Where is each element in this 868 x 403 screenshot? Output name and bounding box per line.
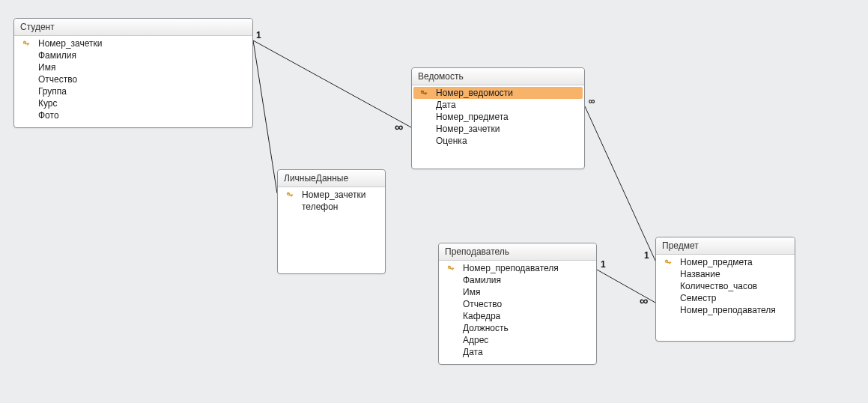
field-label: Адрес <box>457 335 488 345</box>
field-label: Должность <box>457 323 509 333</box>
cardinality-label: 1 <box>256 30 261 40</box>
field-row[interactable]: Отчество <box>16 73 251 85</box>
field-row[interactable]: телефон <box>279 201 383 213</box>
entity-header[interactable]: Ведомость <box>412 68 584 85</box>
field-row[interactable]: Оценка <box>413 135 583 147</box>
field-label: Отчество <box>32 74 77 85</box>
entity-teacher[interactable]: Преподаватель Номер_преподавателя Фамили… <box>438 243 597 365</box>
field-row[interactable]: Номер_зачетки <box>413 123 583 135</box>
field-row[interactable]: Семестр <box>658 292 793 304</box>
field-row[interactable]: Номер_предмета <box>413 111 583 123</box>
entity-personal[interactable]: ЛичныеДанные Номер_зачетки телефон <box>277 169 386 274</box>
field-label: Название <box>674 269 720 279</box>
svg-line-1 <box>253 40 277 193</box>
cardinality-label: 1 <box>601 259 606 270</box>
field-row[interactable]: Номер_зачетки <box>279 189 383 201</box>
field-label: телефон <box>296 202 339 212</box>
field-label: Номер_преподавателя <box>457 263 559 273</box>
field-row[interactable]: Фамилия <box>16 49 251 61</box>
entity-ledger[interactable]: Ведомость Номер_ведомости Дата Номер_пре… <box>411 67 585 169</box>
field-label: Номер_зачетки <box>32 38 103 49</box>
field-label: Номер_ведомости <box>430 88 513 98</box>
field-label: Номер_преподавателя <box>674 305 776 315</box>
entity-header[interactable]: Предмет <box>656 237 795 255</box>
field-row[interactable]: Адрес <box>440 334 595 346</box>
primary-key-icon <box>418 89 430 97</box>
field-label: Количество_часов <box>674 281 757 291</box>
field-row[interactable]: Дата <box>440 346 595 358</box>
field-label: Дата <box>457 347 483 357</box>
cardinality-label: 1 <box>644 250 649 261</box>
field-label: Фото <box>32 110 59 121</box>
field-row[interactable]: Имя <box>440 286 595 298</box>
field-row[interactable]: Номер_преподавателя <box>658 304 793 316</box>
field-row[interactable]: Должность <box>440 322 595 334</box>
field-label: Фамилия <box>457 275 501 285</box>
field-label: Оценка <box>430 136 467 146</box>
entity-header[interactable]: ЛичныеДанные <box>278 170 385 187</box>
field-row[interactable]: Группа <box>16 85 251 97</box>
field-row[interactable]: Номер_предмета <box>658 256 793 268</box>
field-label: Дата <box>430 100 456 110</box>
cardinality-label: ∞ <box>589 96 595 106</box>
entity-body: Номер_зачетки Фамилия Имя Отчество Групп… <box>14 36 252 127</box>
field-row[interactable]: Имя <box>16 61 251 73</box>
primary-key-icon <box>662 258 674 266</box>
field-label: Группа <box>32 86 67 97</box>
field-label: Фамилия <box>32 50 76 61</box>
field-row[interactable]: Дата <box>413 99 583 111</box>
svg-line-3 <box>597 270 655 303</box>
entity-body: Номер_ведомости Дата Номер_предмета Номе… <box>412 85 584 153</box>
entity-body: Номер_зачетки телефон <box>278 187 385 219</box>
primary-key-icon <box>284 191 296 199</box>
field-label: Курс <box>32 98 58 109</box>
field-row[interactable]: Кафедра <box>440 310 595 322</box>
field-label: Номер_предмета <box>674 257 753 267</box>
field-label: Имя <box>457 287 480 297</box>
field-row[interactable]: Фамилия <box>440 274 595 286</box>
entity-header[interactable]: Студент <box>14 19 252 36</box>
field-label: Отчество <box>457 299 502 309</box>
field-label: Имя <box>32 62 55 73</box>
primary-key-icon <box>445 264 457 272</box>
field-label: Номер_зачетки <box>296 190 366 200</box>
field-row[interactable]: Название <box>658 268 793 280</box>
svg-line-0 <box>253 40 411 127</box>
field-row[interactable]: Номер_ведомости <box>413 87 583 99</box>
svg-line-2 <box>585 106 655 261</box>
field-row[interactable]: Курс <box>16 97 251 109</box>
field-row[interactable]: Отчество <box>440 298 595 310</box>
field-row[interactable]: Фото <box>16 109 251 121</box>
cardinality-label: ∞ <box>395 121 403 134</box>
field-label: Номер_предмета <box>430 112 509 122</box>
cardinality-label: ∞ <box>640 294 648 308</box>
entity-body: Номер_преподавателя Фамилия Имя Отчество… <box>439 261 596 364</box>
entity-header[interactable]: Преподаватель <box>439 243 596 261</box>
field-label: Кафедра <box>457 311 500 321</box>
field-label: Номер_зачетки <box>430 124 500 134</box>
entity-body: Номер_предмета Название Количество_часов… <box>656 255 795 322</box>
field-label: Семестр <box>674 293 716 303</box>
entity-subject[interactable]: Предмет Номер_предмета Название Количест… <box>655 237 795 342</box>
entity-student[interactable]: Студент Номер_зачетки Фамилия Имя Отчест… <box>13 18 253 128</box>
field-row[interactable]: Номер_зачетки <box>16 37 251 49</box>
primary-key-icon <box>20 40 32 47</box>
field-row[interactable]: Количество_часов <box>658 280 793 292</box>
field-row[interactable]: Номер_преподавателя <box>440 262 595 274</box>
